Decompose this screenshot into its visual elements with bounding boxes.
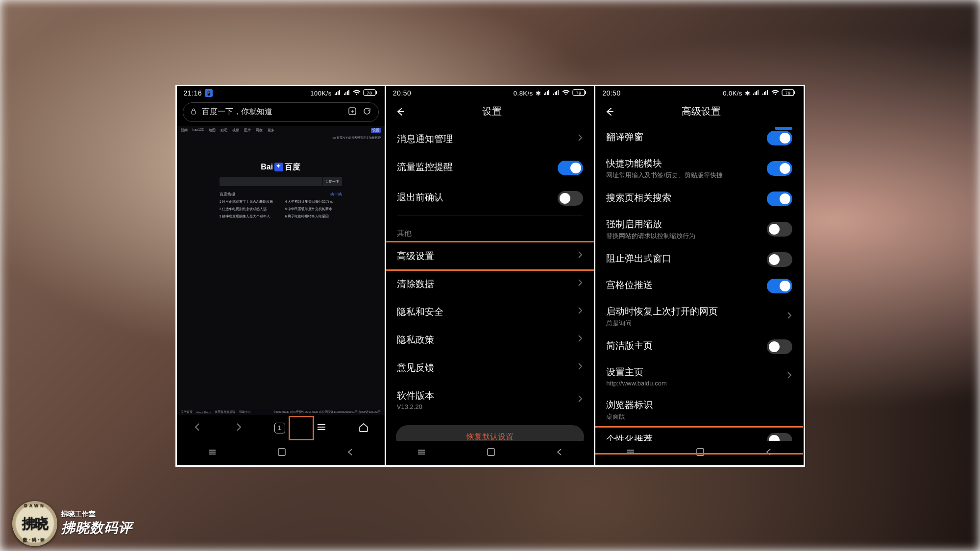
settings-item[interactable]: 清除数据 <box>386 270 594 298</box>
wifi-icon <box>562 90 570 97</box>
hot-item[interactable]: 1 阿里正式宣布了！混合AI基础设施 <box>220 200 276 204</box>
android-navbar <box>386 441 594 465</box>
settings-item-subtitle: http://www.baidu.com <box>606 380 781 387</box>
refresh-icon[interactable] <box>363 107 371 118</box>
toggle-switch[interactable] <box>767 222 792 237</box>
hot-item[interactable]: 6 男子吃咖啡爆特殊人吃晕因 <box>285 215 342 219</box>
toggle-switch[interactable] <box>767 131 792 145</box>
bluetooth-icon: ✱ <box>745 90 751 97</box>
svg-rect-11 <box>794 91 795 94</box>
advanced-settings-list[interactable]: 翻译弹窗 快捷功能模块网址常用输入及书签/历史、剪贴版等快捷 搜索页相关搜索 强… <box>595 125 803 441</box>
settings-item[interactable]: 隐私政策 <box>386 326 594 354</box>
settings-item-label: 翻译弹窗 <box>606 131 761 143</box>
settings-item[interactable]: 阻止弹出式窗口 <box>595 246 803 273</box>
settings-item[interactable]: 设置主页http://www.baidu.com <box>595 360 803 393</box>
battery-icon: 79 <box>572 89 587 97</box>
settings-item-label: 快捷功能模块 <box>606 157 761 169</box>
back-nav-icon[interactable] <box>764 448 773 458</box>
svg-rect-1 <box>376 91 377 94</box>
restore-defaults-button[interactable]: 恢复默认设置 <box>396 425 584 441</box>
watermark-studio: 拂晓工作室 <box>61 510 132 519</box>
home-nav-icon[interactable] <box>696 448 705 458</box>
address-bar[interactable]: 百度一下，你就知道 <box>183 102 379 122</box>
status-time: 20:50 <box>602 89 621 97</box>
back-nav-icon[interactable] <box>346 448 355 458</box>
settings-item[interactable]: 浏览器标识桌面版 <box>595 393 803 427</box>
status-netspeed: 0.8K/s <box>514 90 533 97</box>
settings-item[interactable]: 宫格位推送 <box>595 273 803 299</box>
hot-item[interactable]: 5 中华民国驻印度外交机构薪水 <box>285 207 342 212</box>
settings-item[interactable]: 隐私和安全 <box>386 298 594 326</box>
svg-rect-7 <box>585 91 586 94</box>
settings-item[interactable]: 强制启用缩放替换网站的请求以控制缩放行为 <box>595 212 803 246</box>
svg-rect-5 <box>278 449 285 455</box>
toggle-switch[interactable] <box>767 339 792 354</box>
hot-item[interactable]: 2 任达华电视剧北京铁成熟人还 <box>220 207 276 212</box>
settings-item-subtitle: 总是询问 <box>606 319 781 328</box>
baidu-logo: Bai百度 <box>220 162 342 172</box>
settings-item-label: 软件版本 <box>397 389 571 402</box>
signal2-icon <box>343 90 350 97</box>
settings-item-subtitle: 替换网站的请求以控制缩放行为 <box>606 232 761 240</box>
page-search-button[interactable]: 百度一下 <box>322 177 342 186</box>
settings-item-label: 设置主页 <box>606 366 781 378</box>
status-time: 20:50 <box>393 89 412 97</box>
toggle-switch[interactable] <box>767 252 792 267</box>
toggle-switch[interactable] <box>767 192 792 206</box>
home-nav-icon[interactable] <box>487 448 495 458</box>
divider <box>397 216 583 216</box>
toggle-switch[interactable] <box>558 191 583 206</box>
signal2-icon <box>553 90 560 97</box>
status-time: 21:16 <box>184 89 202 97</box>
settings-item-label: 退出前确认 <box>397 191 552 203</box>
settings-item[interactable]: 快捷功能模块网址常用输入及书签/历史、剪贴版等快捷 <box>595 151 803 186</box>
android-navbar <box>177 441 385 465</box>
toggle-switch[interactable] <box>767 279 792 293</box>
tabs-count-button[interactable]: 1 <box>274 423 285 433</box>
settings-item-label: 意见反馈 <box>397 361 571 374</box>
phone-settings: 20:50 0.8K/s ✱ 79 设置 消息通知管理 流量监控提醒 退出前确认… <box>386 86 595 465</box>
wifi-icon <box>771 90 779 97</box>
partial-toggle <box>775 127 792 130</box>
bookmark-add-icon[interactable] <box>348 107 357 118</box>
settings-item-label: 阻止弹出式窗口 <box>606 252 761 264</box>
toggle-switch[interactable] <box>558 161 583 175</box>
settings-item[interactable]: 启动时恢复上次打开的网页总是询问 <box>595 299 803 334</box>
settings-item[interactable]: 退出前确认 <box>386 183 594 214</box>
nav-back-icon[interactable] <box>192 422 203 434</box>
signal2-icon <box>762 90 769 97</box>
hot-item[interactable]: 4 大年初29让集美回归付32万元 <box>285 200 342 204</box>
wifi-icon <box>353 90 361 97</box>
svg-text:78: 78 <box>367 90 372 95</box>
settings-item[interactable]: 搜索页相关搜索 <box>595 186 803 212</box>
settings-item[interactable]: 软件版本V13.2.20 <box>386 382 594 418</box>
settings-item-subtitle: 网址常用输入及书签/历史、剪贴版等快捷 <box>606 171 761 180</box>
settings-item-label: 浏览器标识 <box>606 399 792 411</box>
menu-icon[interactable] <box>316 421 327 435</box>
browser-viewport[interactable]: 新闻hao123地图贴吧视频图片网盘更多 设置 do 百度APP能搜索设置正文加… <box>177 126 385 415</box>
battery-icon: 78 <box>363 89 378 97</box>
back-nav-icon[interactable] <box>555 448 564 458</box>
nav-forward-icon[interactable] <box>233 422 244 434</box>
settings-item[interactable]: 流量监控提醒 <box>386 153 594 183</box>
battery-icon: 79 <box>782 89 796 97</box>
settings-item[interactable]: 高级设置 <box>386 242 594 270</box>
chevron-right-icon <box>577 334 583 345</box>
toggle-switch[interactable] <box>767 161 792 176</box>
chevron-right-icon <box>577 394 583 405</box>
settings-item[interactable]: 个性化推荐 <box>595 427 803 441</box>
home-icon[interactable] <box>358 421 369 435</box>
settings-item[interactable]: 消息通知管理 <box>386 125 594 153</box>
settings-item[interactable]: 简洁版主页 <box>595 334 803 360</box>
settings-item[interactable]: 翻译弹窗 <box>595 125 803 151</box>
recents-icon[interactable] <box>625 447 636 459</box>
toggle-switch[interactable] <box>767 433 792 441</box>
home-nav-icon[interactable] <box>277 448 286 458</box>
recents-icon[interactable] <box>207 447 218 459</box>
page-search-box[interactable]: 百度一下 <box>220 177 342 186</box>
recents-icon[interactable] <box>416 447 427 459</box>
settings-list[interactable]: 消息通知管理 流量监控提醒 退出前确认其他 高级设置 清除数据 隐私和安全 隐私… <box>386 125 594 441</box>
chevron-right-icon <box>577 362 583 373</box>
hot-item[interactable]: 3 精神病发现的某人是大个成年人 <box>220 215 276 219</box>
settings-item[interactable]: 意见反馈 <box>386 354 594 382</box>
